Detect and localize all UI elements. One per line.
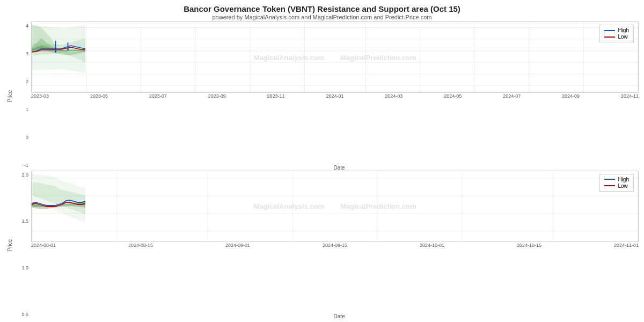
chart1-legend: High Low	[599, 25, 634, 42]
high-line-2	[604, 179, 615, 180]
chart1-area: Price 4 3 2 1 0 -1 MagicalAnalysis.com	[5, 21, 639, 171]
y-tick-2-15: 1.5	[13, 219, 30, 224]
y-tick-1-4: 4	[13, 24, 30, 28]
low-line-2	[604, 185, 615, 186]
chart2-svg	[32, 171, 638, 241]
chart1-svg	[32, 22, 638, 92]
legend-high-label-2: High	[618, 177, 629, 182]
y-tick-1-2: 2	[13, 79, 30, 84]
low-line-1	[604, 36, 615, 38]
x-tick-2-3: 2024-09-01	[225, 243, 250, 313]
x-tick-2-7: 2024-11-01	[614, 243, 639, 313]
chart2-x-label: Date	[31, 313, 639, 319]
chart1-svg-container: MagicalAnalysis.com MagicalPrediction.co…	[31, 21, 639, 93]
x-tick-2-2: 2024-08-15	[128, 243, 153, 313]
legend-high-2: High	[604, 177, 629, 182]
chart2-svg-container: MagicalAnalysis.com MagicalPrediction.co…	[31, 171, 639, 242]
subtitle: powered by MagicalAnalysis.com and Magic…	[5, 14, 639, 20]
chart2-area: Price 2.0 1.5 1.0 0.5 MagicalAnalysis.co…	[5, 171, 639, 320]
legend-high-1: High	[604, 27, 629, 33]
legend-low-label-2: Low	[618, 183, 627, 189]
chart2-wrapper: Price 2.0 1.5 1.0 0.5 MagicalAnalysis.co…	[5, 171, 639, 320]
x-tick-1-10: 2024-09	[562, 93, 580, 164]
y-tick-1-3: 3	[13, 52, 30, 56]
x-tick-2-4: 2024-09-15	[323, 243, 347, 313]
legend-low-2: Low	[604, 183, 629, 189]
x-tick-1-8: 2024-05	[444, 93, 462, 164]
x-tick-1-6: 2024-01	[326, 93, 343, 164]
chart2-legend: High Low	[599, 174, 634, 192]
legend-high-label-1: High	[618, 27, 629, 33]
x-tick-1-2: 2023-05	[90, 93, 108, 164]
main-title: Bancor Governance Token (VBNT) Resistanc…	[5, 4, 639, 13]
y-tick-1-n1: -1	[13, 163, 30, 168]
x-tick-1-5: 2023-11	[267, 93, 285, 164]
x-tick-1-3: 2023-07	[149, 93, 167, 164]
page-container: Bancor Governance Token (VBNT) Resistanc…	[0, 0, 644, 322]
x-tick-1-4: 2023-09	[208, 93, 226, 164]
y-tick-1-0: 0	[13, 135, 30, 140]
legend-low-label-1: Low	[618, 34, 627, 40]
y-tick-2-10: 1.0	[13, 266, 30, 270]
y-tick-2-05: 0.5	[13, 312, 30, 317]
x-tick-1-11: 2024-11	[621, 93, 639, 164]
y-tick-2-20: 2.0	[13, 173, 30, 178]
legend-low-1: Low	[604, 34, 629, 40]
charts-container: Price 4 3 2 1 0 -1 MagicalAnalysis.com	[5, 21, 639, 319]
chart2-x-ticks: 2024-08-01 2024-08-15 2024-09-01 2024-09…	[31, 242, 639, 313]
chart1-x-label: Date	[31, 165, 639, 171]
x-tick-1-7: 2024-03	[385, 93, 402, 164]
chart1-wrapper: Price 4 3 2 1 0 -1 MagicalAnalysis.com	[5, 21, 639, 171]
chart1-x-ticks: 2023-03 2023-05 2023-07 2023-09 2023-11 …	[31, 93, 639, 164]
y-tick-1-1: 1	[13, 107, 30, 112]
x-tick-1-9: 2024-07	[503, 93, 521, 164]
x-tick-2-1: 2024-08-01	[31, 243, 56, 313]
x-tick-2-6: 2024-10-15	[517, 243, 541, 313]
high-line-1	[604, 30, 615, 31]
header: Bancor Governance Token (VBNT) Resistanc…	[5, 4, 639, 20]
x-tick-2-5: 2024-10-01	[420, 243, 444, 313]
x-tick-1-1: 2023-03	[31, 93, 49, 164]
